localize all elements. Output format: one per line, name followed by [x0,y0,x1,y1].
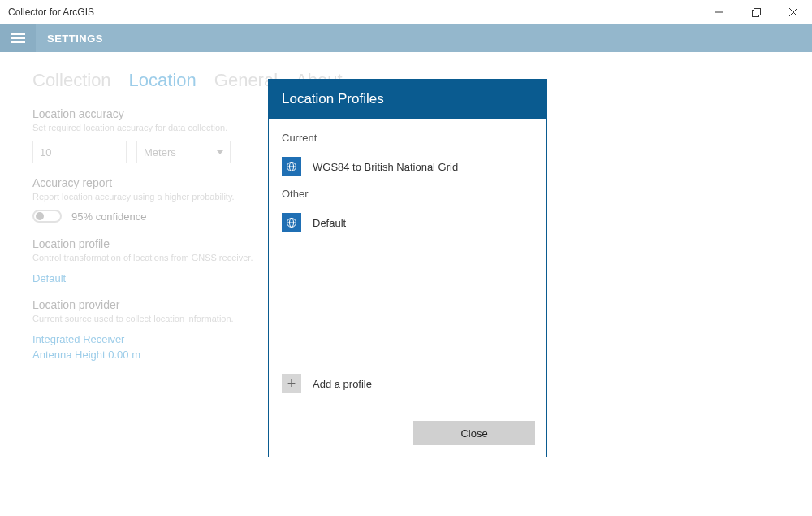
close-button[interactable]: Close [413,421,535,445]
minimize-button[interactable] [700,0,737,24]
window-title: Collector for ArcGIS [8,7,94,18]
header-title: SETTINGS [47,33,103,45]
svg-rect-2 [754,8,760,15]
globe-icon [282,157,301,176]
dialog-title: Location Profiles [269,80,546,119]
other-group-label: Other [282,188,533,200]
plus-icon: + [282,374,301,393]
app-header: SETTINGS [0,24,812,52]
hamburger-menu-button[interactable] [0,24,36,52]
globe-icon [282,213,301,232]
profile-current-name: WGS84 to British National Grid [313,161,458,173]
profile-other-name: Default [313,217,346,229]
close-window-button[interactable] [775,0,812,24]
add-profile-label: Add a profile [313,378,372,390]
window-titlebar: Collector for ArcGIS [0,0,812,24]
add-profile-button[interactable]: + Add a profile [282,369,533,405]
maximize-button[interactable] [737,0,775,24]
profile-item-current[interactable]: WGS84 to British National Grid [282,152,533,188]
window-controls [700,0,812,24]
hamburger-icon [11,33,25,43]
profile-item-other[interactable]: Default [282,208,533,244]
location-profiles-dialog: Location Profiles Current WGS84 to Briti… [268,79,547,457]
current-group-label: Current [282,132,533,144]
